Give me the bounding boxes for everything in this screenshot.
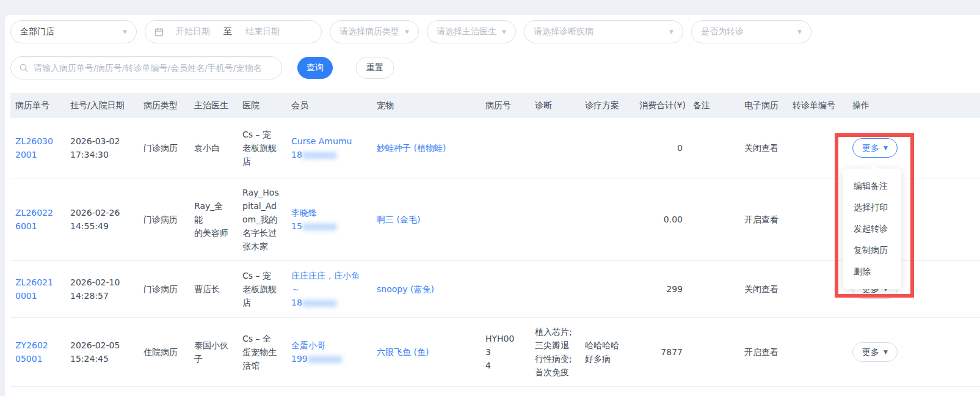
- table-row: ZL26022 6001 2026-02-26 14:55:49 门诊病历 Ra…: [10, 178, 980, 260]
- record-type-select[interactable]: 请选择病历类型 ▼: [330, 20, 419, 43]
- chevron-down-icon: ▼: [884, 345, 888, 359]
- member-phone: 15●●●●●: [291, 221, 336, 231]
- content-card: 全部门店 ▼ 开始日期 至 结束日期 请选择病历类型 ▼: [5, 15, 980, 396]
- member-name-link[interactable]: 全蛋小哥: [291, 339, 365, 352]
- e-record-toggle[interactable]: 开启查看: [744, 215, 779, 224]
- doctor-select[interactable]: 请选择主治医生 ▼: [427, 20, 516, 43]
- records-table: 病历单号 挂号/入院日期 病历类型 主治医生 医院 会员 宠物 病历号 诊断 诊…: [10, 93, 980, 387]
- date-start-placeholder[interactable]: 开始日期: [176, 26, 210, 37]
- visit-date: 2026-03-02 17:34:30: [70, 134, 131, 161]
- chevron-down-icon: ▼: [793, 29, 802, 35]
- member-name-link[interactable]: 庄庄庄庄，庄小鱼 ～: [291, 269, 365, 296]
- pet-link[interactable]: 啊三 (金毛): [377, 213, 473, 226]
- col-header-member: 会员: [286, 93, 372, 118]
- blurred-phone-digits: ●●●●●: [308, 354, 342, 364]
- col-header-type: 病历类型: [139, 93, 189, 118]
- col-header-hospital: 医院: [238, 93, 286, 118]
- menu-item-select-print[interactable]: 选择打印: [843, 197, 901, 218]
- member-phone: 18●●●●●: [291, 298, 336, 307]
- col-header-date: 挂号/入院日期: [65, 93, 139, 118]
- disease-placeholder: 请选择诊断疾病: [534, 26, 593, 37]
- referral-select[interactable]: 是否为转诊 ▼: [691, 20, 811, 43]
- record-type: 门诊病历: [143, 141, 182, 155]
- date-separator: 至: [223, 26, 232, 37]
- visit-date: 2026-02-05 15:24:45: [70, 339, 131, 365]
- date-end-placeholder[interactable]: 结束日期: [245, 26, 280, 37]
- member-phone: 18●●●●●: [291, 150, 336, 160]
- chevron-down-icon: ▼: [118, 29, 127, 35]
- search-box: [10, 56, 282, 79]
- date-range-picker[interactable]: 开始日期 至 结束日期: [145, 20, 322, 43]
- visit-date: 2026-02-26 14:55:49: [70, 206, 131, 233]
- chevron-down-icon: ▼: [664, 29, 673, 35]
- store-select[interactable]: 全部门店 ▼: [10, 20, 137, 43]
- record-type-placeholder: 请选择病历类型: [339, 26, 399, 37]
- record-no-link[interactable]: ZY2602 05001: [15, 339, 58, 365]
- hospital-name: Cs – 宠 老板旗舰 店: [242, 128, 279, 168]
- visit-date: 2026-02-10 14:28:57: [70, 276, 131, 302]
- chevron-down-icon: ▼: [497, 29, 506, 35]
- col-header-remark: 备注: [688, 93, 739, 118]
- table-header-row: 病历单号 挂号/入院日期 病历类型 主治医生 医院 会员 宠物 病历号 诊断 诊…: [10, 93, 980, 118]
- col-header-record-no: 病历单号: [10, 93, 65, 118]
- diagnosis: 植入芯片; 三尖瓣退 行性病变; 首次免疫: [535, 325, 573, 379]
- doctor-name: Ray_全能 的美容师: [194, 199, 230, 240]
- member-name-link[interactable]: 李晓锋: [291, 206, 365, 219]
- blurred-phone-digits: ●●●●●: [302, 221, 336, 231]
- total-amount: 7877: [661, 347, 683, 357]
- menu-item-edit-remark[interactable]: 编辑备注: [843, 175, 901, 197]
- chevron-down-icon: ▼: [884, 141, 888, 155]
- e-record-toggle[interactable]: 开启查看: [744, 347, 779, 357]
- disease-select[interactable]: 请选择诊断疾病 ▼: [524, 20, 683, 43]
- menu-item-delete[interactable]: 删除: [843, 261, 901, 282]
- table-row: ZL26030 2001 2026-03-02 17:34:30 门诊病历 袁小…: [10, 118, 980, 178]
- chevron-down-icon: ▼: [400, 29, 409, 35]
- more-actions-menu: 编辑备注 选择打印 发起转诊 复制病历 删除: [843, 169, 901, 289]
- doctor-name: 曹店长: [194, 282, 230, 296]
- record-type: 门诊病历: [143, 282, 182, 296]
- doctor-placeholder: 请选择主治医生: [437, 26, 496, 37]
- query-button[interactable]: 查询: [297, 57, 333, 79]
- treatment-plan: 哈哈哈哈 好多病: [585, 339, 626, 365]
- pet-link[interactable]: snoopy (蓝兔): [377, 282, 473, 296]
- record-no-link[interactable]: ZL26022 6001: [15, 206, 58, 233]
- member-name-link[interactable]: Curse Amumu: [291, 134, 365, 148]
- case-no: HYH003 4: [485, 332, 520, 372]
- record-no-link[interactable]: ZL26030 2001: [15, 134, 58, 161]
- col-header-case-no: 病历号: [481, 93, 530, 118]
- e-record-toggle[interactable]: 关闭查看: [744, 284, 779, 294]
- total-amount: 299: [666, 284, 683, 294]
- e-record-toggle[interactable]: 关闭查看: [744, 143, 779, 153]
- search-bar: 查询 重置: [10, 56, 394, 79]
- search-input[interactable]: [34, 63, 273, 73]
- reset-button[interactable]: 重置: [356, 57, 394, 79]
- medical-records-page: 全部门店 ▼ 开始日期 至 结束日期 请选择病历类型 ▼: [0, 0, 980, 396]
- col-header-plan: 诊疗方案: [580, 93, 633, 118]
- menu-item-copy-record[interactable]: 复制病历: [843, 240, 901, 261]
- more-button[interactable]: 更多▼: [852, 138, 898, 158]
- table-row: ZY2602 05001 2026-02-05 15:24:45 住院病历 泰国…: [10, 317, 980, 386]
- hospital-name: Ray_Hos pital_Ad om_我的 名字长过 张木家: [242, 186, 279, 253]
- more-button[interactable]: 更多▼: [852, 342, 898, 362]
- col-header-diagnosis: 诊断: [530, 93, 580, 118]
- record-type: 住院病历: [143, 345, 182, 359]
- filter-bar: 全部门店 ▼ 开始日期 至 结束日期 请选择病历类型 ▼: [10, 20, 811, 43]
- pet-link[interactable]: 六眼飞鱼 (鱼): [377, 345, 473, 359]
- total-amount: 0.00: [664, 215, 683, 224]
- member-phone: 199●●●●●: [291, 354, 342, 364]
- table-row: ZL26021 0001 2026-02-10 14:28:57 门诊病历 曹店…: [10, 260, 980, 317]
- doctor-name: 袁小白: [194, 141, 230, 155]
- blurred-phone-digits: ●●●●●: [302, 298, 336, 307]
- pet-link[interactable]: 妙蛙种子 (植物蛙): [377, 141, 473, 155]
- col-header-doctor: 主治医生: [189, 93, 238, 118]
- hospital-name: Cs – 宠 老板旗舰 店: [242, 269, 279, 309]
- col-header-total: 消费合计(¥): [633, 93, 688, 118]
- record-no-link[interactable]: ZL26021 0001: [15, 276, 58, 302]
- col-header-e-record: 电子病历: [739, 93, 788, 118]
- col-header-pet: 宠物: [372, 93, 481, 118]
- referral-placeholder: 是否为转诊: [701, 26, 744, 37]
- record-type: 门诊病历: [143, 213, 182, 226]
- search-icon: [20, 64, 28, 72]
- blurred-phone-digits: ●●●●●: [302, 150, 336, 160]
- menu-item-start-referral[interactable]: 发起转诊: [843, 218, 901, 240]
